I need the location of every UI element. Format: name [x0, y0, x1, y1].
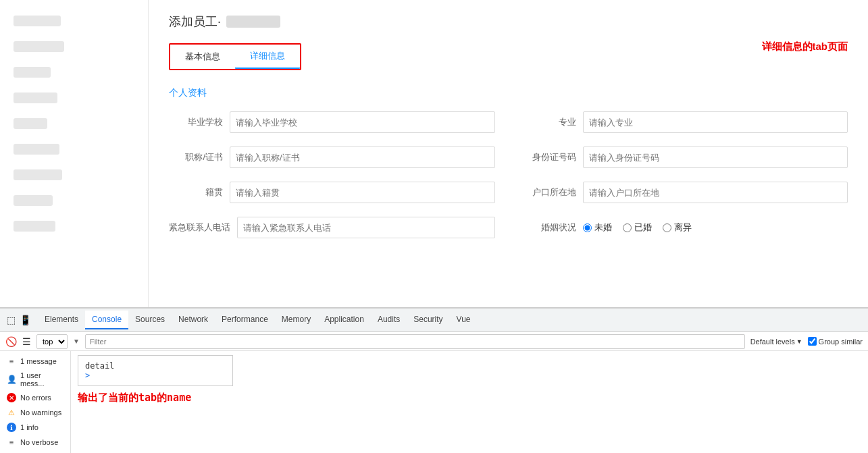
- field-hometown: 籍贯: [169, 182, 495, 203]
- form-row-3: 籍贯 户口所在地: [169, 182, 848, 203]
- tab-elements[interactable]: Elements: [38, 311, 85, 329]
- label-marital-status: 婚姻状况: [522, 221, 576, 234]
- filter-info[interactable]: ℹ 1 info: [0, 420, 70, 435]
- annotation-output: 输出了当前的tab的name: [78, 392, 861, 404]
- label-title: 职称/证书: [169, 151, 223, 163]
- annotation-tab: 详细信息的tab页面: [762, 41, 848, 53]
- input-hometown[interactable]: [230, 182, 495, 203]
- form-row-4: 紧急联系人电话 婚姻状况 未婚 已婚 离异: [169, 217, 848, 238]
- info-icon: ℹ: [7, 423, 16, 432]
- sidebar-item-2[interactable]: [0, 34, 148, 58]
- input-graduation-school[interactable]: [230, 111, 495, 133]
- devtools-icons-group: ⬚ 📱: [3, 315, 35, 325]
- filter-warnings[interactable]: ⚠ No warnings: [0, 405, 70, 420]
- warnings-icon: ⚠: [7, 408, 16, 417]
- field-graduation-school: 毕业学校: [169, 111, 495, 133]
- label-residence: 户口所在地: [522, 186, 576, 198]
- label-graduation-school: 毕业学校: [169, 116, 223, 128]
- field-emergency-phone: 紧急联系人电话: [169, 217, 495, 238]
- field-id-number: 身份证号码: [522, 146, 848, 168]
- console-sidebar: ≡ 1 message 👤 1 user mess... ✕ No errors…: [0, 351, 71, 453]
- group-similar-checkbox[interactable]: [808, 337, 817, 346]
- input-id-number[interactable]: [583, 146, 848, 168]
- sidebar-item-4[interactable]: [0, 86, 148, 109]
- tab-basic-info[interactable]: 基本信息: [170, 45, 235, 69]
- label-hometown: 籍贯: [169, 186, 223, 198]
- input-title[interactable]: [230, 146, 495, 168]
- tabs-container: 基本信息 详细信息: [169, 43, 301, 70]
- label-emergency-phone: 紧急联系人电话: [169, 221, 230, 234]
- devtools-body: ≡ 1 message 👤 1 user mess... ✕ No errors…: [0, 351, 868, 453]
- devtools-icon-device[interactable]: 📱: [20, 315, 31, 325]
- console-output-area: detail > 输出了当前的tab的name: [71, 351, 868, 453]
- group-similar-checkbox-label[interactable]: Group similar: [808, 337, 863, 346]
- page-title: 添加员工·: [169, 14, 848, 30]
- sidebar-item-1[interactable]: [0, 9, 148, 32]
- clear-console-icon[interactable]: 🚫: [5, 336, 17, 347]
- radio-married[interactable]: 已婚: [623, 221, 652, 234]
- sidebar-item-8[interactable]: [0, 188, 148, 212]
- input-residence[interactable]: [583, 182, 848, 203]
- tab-audits[interactable]: Audits: [371, 311, 407, 329]
- radio-unmarried[interactable]: 未婚: [583, 221, 612, 234]
- filter-user-messages[interactable]: 👤 1 user mess...: [0, 369, 70, 390]
- user-messages-icon: 👤: [7, 375, 16, 384]
- label-id-number: 身份证号码: [522, 151, 576, 163]
- tab-console[interactable]: Console: [85, 311, 128, 329]
- console-code-line: detail: [85, 361, 226, 371]
- left-sidebar: [0, 0, 149, 307]
- filter-verbose[interactable]: ≡ No verbose: [0, 435, 70, 450]
- console-code-block: detail >: [78, 355, 233, 386]
- devtools-tabs-bar: ⬚ 📱 Elements Console Sources Network Per…: [0, 309, 868, 332]
- messages-icon: ≡: [7, 356, 16, 366]
- input-major[interactable]: [583, 111, 848, 133]
- sidebar-item-3[interactable]: [0, 60, 148, 84]
- sidebar-item-7[interactable]: [0, 163, 148, 186]
- devtools-icon-inspect[interactable]: ⬚: [7, 315, 16, 325]
- radio-group-marital: 未婚 已婚 离异: [583, 221, 692, 234]
- form-row-2: 职称/证书 身份证号码: [169, 146, 848, 168]
- tab-vue[interactable]: Vue: [450, 311, 478, 329]
- devtools-toolbar: 🚫 ☰ top ▼ Default levels ▼ Group similar: [0, 332, 868, 351]
- section-title: 个人资料: [169, 87, 848, 99]
- input-emergency-phone[interactable]: [237, 217, 495, 238]
- devtools-panel: ⬚ 📱 Elements Console Sources Network Per…: [0, 307, 868, 453]
- tab-memory[interactable]: Memory: [275, 311, 317, 329]
- levels-dropdown[interactable]: Default levels ▼: [750, 338, 802, 346]
- field-title: 职称/证书: [169, 146, 495, 168]
- form-row-1: 毕业学校 专业: [169, 111, 848, 133]
- sidebar-item-9[interactable]: [0, 214, 148, 238]
- sidebar-item-5[interactable]: [0, 111, 148, 135]
- toggle-sidebar-icon[interactable]: ☰: [22, 336, 31, 347]
- tab-network[interactable]: Network: [172, 311, 215, 329]
- errors-icon: ✕: [7, 393, 16, 402]
- sidebar-item-6[interactable]: [0, 137, 148, 161]
- context-arrow-icon: ▼: [73, 338, 80, 345]
- tab-sources[interactable]: Sources: [128, 311, 172, 329]
- label-major: 专业: [522, 116, 576, 128]
- filter-messages[interactable]: ≡ 1 message: [0, 354, 70, 369]
- field-major: 专业: [522, 111, 848, 133]
- verbose-icon: ≡: [7, 437, 16, 447]
- field-residence: 户口所在地: [522, 182, 848, 203]
- radio-divorced[interactable]: 离异: [663, 221, 692, 234]
- filter-errors[interactable]: ✕ No errors: [0, 390, 70, 405]
- tab-performance[interactable]: Performance: [215, 311, 275, 329]
- context-select[interactable]: top: [36, 334, 68, 349]
- field-marital-status: 婚姻状况 未婚 已婚 离异: [522, 217, 848, 238]
- tab-application[interactable]: Application: [317, 311, 371, 329]
- console-arrow: >: [85, 371, 226, 380]
- content-area: 添加员工· 详细信息的tab页面 基本信息 详细信息 个人资料 毕业学校 专业: [149, 0, 868, 307]
- console-filter-input[interactable]: [85, 334, 745, 349]
- tab-detail-info[interactable]: 详细信息: [235, 45, 300, 69]
- tab-security[interactable]: Security: [407, 311, 449, 329]
